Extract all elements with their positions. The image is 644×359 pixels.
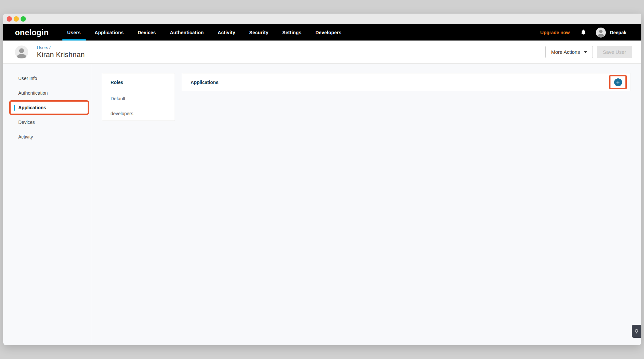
role-row-default[interactable]: Default <box>102 91 175 106</box>
nav-item-security[interactable]: Security <box>249 24 269 41</box>
sidebar-menu: User Info Authentication Applications De… <box>3 71 91 144</box>
applications-panel-title: Applications <box>182 80 218 85</box>
sidebar-item-applications[interactable]: Applications <box>9 100 89 115</box>
nav-item-users[interactable]: Users <box>67 24 81 41</box>
sidebar-item-authentication[interactable]: Authentication <box>3 86 91 100</box>
top-navbar: onelogin Users Applications Devices Auth… <box>3 24 641 41</box>
add-application-button[interactable] <box>614 78 622 86</box>
minimize-window-button[interactable] <box>14 16 19 22</box>
nav-item-activity[interactable]: Activity <box>218 24 235 41</box>
annotation-box <box>609 75 627 89</box>
profile-avatar <box>15 45 28 59</box>
window-titlebar <box>3 14 641 24</box>
sidebar-item-activity[interactable]: Activity <box>3 130 91 144</box>
user-sidebar: User Info Authentication Applications De… <box>3 64 91 345</box>
nav-item-devices[interactable]: Devices <box>138 24 156 41</box>
user-menu-name[interactable]: Deepak <box>610 30 626 35</box>
nav-item-authentication[interactable]: Authentication <box>170 24 204 41</box>
nav-item-applications[interactable]: Applications <box>95 24 124 41</box>
nav-item-developers[interactable]: Developers <box>315 24 341 41</box>
sidebar-item-label: Applications <box>18 105 46 110</box>
roles-panel-title: Roles <box>102 73 175 91</box>
roles-panel: Roles Default developers <box>102 73 175 121</box>
close-window-button[interactable] <box>7 16 12 22</box>
chevron-down-icon <box>584 51 587 53</box>
lightbulb-icon <box>634 329 639 334</box>
browser-window: onelogin Users Applications Devices Auth… <box>3 14 641 345</box>
page-header: Users / Kiran Krishnan More Actions Save… <box>3 41 641 64</box>
nav-item-settings[interactable]: Settings <box>282 24 302 41</box>
more-actions-button[interactable]: More Actions <box>545 46 593 58</box>
onelogin-logo[interactable]: onelogin <box>15 28 49 37</box>
role-row-developers[interactable]: developers <box>102 106 175 121</box>
breadcrumb[interactable]: Users / <box>37 45 85 50</box>
active-indicator-bar <box>14 105 15 111</box>
sidebar-item-devices[interactable]: Devices <box>3 115 91 130</box>
navbar-right-group: Upgrade now Deepak <box>540 24 641 41</box>
header-actions: More Actions Save User <box>545 46 632 58</box>
page-title: Kiran Krishnan <box>37 50 85 59</box>
plus-icon <box>616 80 620 84</box>
sidebar-item-user-info[interactable]: User Info <box>3 71 91 86</box>
maximize-window-button[interactable] <box>21 16 26 22</box>
nav-menu: Users Applications Devices Authenticatio… <box>67 24 356 41</box>
upgrade-now-link[interactable]: Upgrade now <box>540 30 570 35</box>
header-title-block: Users / Kiran Krishnan <box>37 45 85 59</box>
applications-panel: Applications <box>182 73 630 91</box>
help-tab[interactable] <box>632 325 641 338</box>
content-area: User Info Authentication Applications De… <box>3 64 641 345</box>
main-panel-area: Roles Default developers Applications <box>91 64 641 345</box>
notifications-bell-icon[interactable] <box>580 29 587 36</box>
more-actions-label: More Actions <box>551 49 580 55</box>
save-user-button[interactable]: Save User <box>597 46 632 58</box>
user-avatar[interactable] <box>596 28 606 38</box>
